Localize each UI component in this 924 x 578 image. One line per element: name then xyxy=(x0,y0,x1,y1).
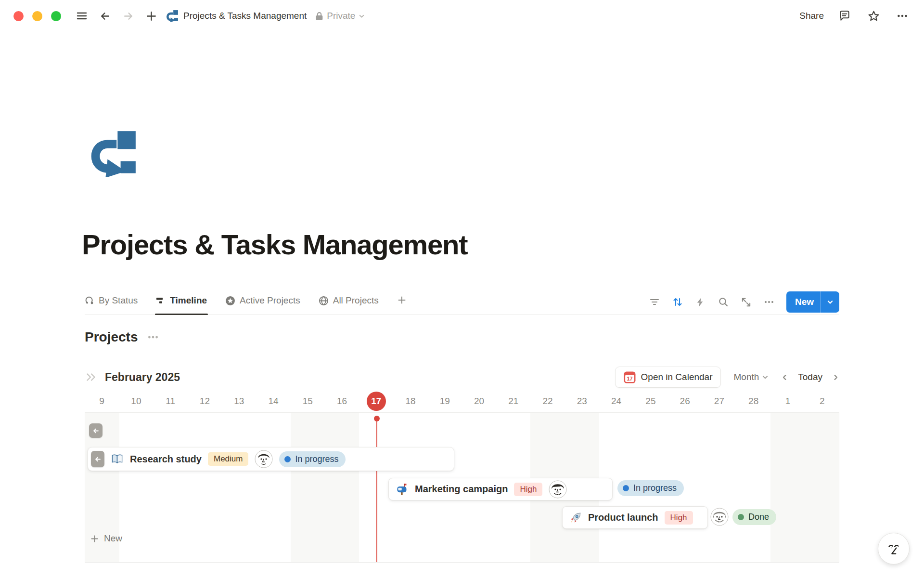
tab-label: By Status xyxy=(99,295,138,306)
priority-tag: Medium xyxy=(208,452,248,466)
timeline-day: 10 xyxy=(119,390,153,412)
add-row-label: New xyxy=(104,533,122,544)
view-more-icon[interactable] xyxy=(763,296,775,308)
ai-face-icon xyxy=(885,540,902,557)
sidebar-menu-icon[interactable] xyxy=(74,8,90,24)
today-line xyxy=(376,419,377,562)
prev-month-icon[interactable] xyxy=(781,374,788,381)
lock-icon xyxy=(315,12,323,21)
timeline-scale-dropdown[interactable]: Month xyxy=(733,372,769,382)
timeline-day: 12 xyxy=(188,390,222,412)
left-arrow-icon xyxy=(93,428,99,434)
privacy-label: Private xyxy=(327,11,355,21)
more-options-icon[interactable] xyxy=(894,8,911,24)
window-topbar: Projects & Tasks Management Private Shar… xyxy=(0,0,924,32)
comments-icon[interactable] xyxy=(836,8,853,24)
timeline-day: 24 xyxy=(599,390,633,412)
timeline-body: Research study Medium In progress Market… xyxy=(85,412,839,563)
timeline-card-research-study[interactable]: Research study Medium In progress xyxy=(88,447,454,471)
status-dot xyxy=(623,485,629,491)
section-more-icon[interactable] xyxy=(147,331,159,343)
timeline-card-marketing-campaign[interactable]: Marketing campaign High xyxy=(388,478,613,500)
page-logo[interactable] xyxy=(90,129,138,177)
timeline-day: 22 xyxy=(530,390,565,412)
priority-tag: High xyxy=(514,483,542,496)
minimize-window-button[interactable] xyxy=(32,11,42,21)
globe-icon xyxy=(319,296,329,306)
zoom-window-button[interactable] xyxy=(51,11,61,21)
sort-icon[interactable] xyxy=(672,296,683,308)
expand-icon[interactable] xyxy=(741,297,752,308)
timeline-day: 19 xyxy=(428,390,462,412)
tab-by-status[interactable]: By Status xyxy=(85,295,138,315)
close-window-button[interactable] xyxy=(13,11,24,21)
add-timeline-row-button[interactable]: New xyxy=(90,533,122,544)
priority-tag: High xyxy=(665,511,693,525)
status-dot xyxy=(738,514,744,520)
share-button[interactable]: Share xyxy=(799,11,824,21)
tab-label: Active Projects xyxy=(240,295,300,306)
tab-label: All Projects xyxy=(333,295,379,306)
tab-active-projects[interactable]: Active Projects xyxy=(225,295,300,315)
forward-arrow-icon[interactable] xyxy=(120,8,136,24)
back-arrow-icon[interactable] xyxy=(97,8,113,24)
timeline-card-product-launch[interactable]: Product launch High xyxy=(562,506,708,529)
tab-all-projects[interactable]: All Projects xyxy=(319,295,379,315)
timeline-day: 21 xyxy=(496,390,530,412)
chevron-down-icon xyxy=(359,13,365,19)
breadcrumb[interactable]: Projects & Tasks Management xyxy=(166,10,307,22)
calendar-17-icon: 17 xyxy=(624,371,636,383)
timeline-day: 27 xyxy=(702,390,736,412)
filter-icon[interactable] xyxy=(649,296,660,308)
next-month-icon[interactable] xyxy=(832,374,839,381)
add-view-button[interactable] xyxy=(397,295,407,315)
page-title: Projects & Tasks Management xyxy=(82,228,467,261)
new-button-chevron-icon[interactable] xyxy=(821,299,839,305)
new-button[interactable]: New xyxy=(786,291,839,313)
notion-ai-button[interactable] xyxy=(878,533,910,565)
timeline-dates-row: 9101112131415161718192021222324252627281… xyxy=(85,390,839,412)
timeline-day: 11 xyxy=(154,390,188,412)
card-title: Research study xyxy=(130,454,202,465)
timeline-day: 9 xyxy=(85,390,119,412)
lightning-icon[interactable] xyxy=(695,297,706,308)
timeline-day: 23 xyxy=(565,390,599,412)
tab-label: Timeline xyxy=(170,295,207,306)
tab-timeline[interactable]: Timeline xyxy=(156,295,207,315)
assignee-avatar xyxy=(255,450,273,468)
assignee-avatar xyxy=(710,508,729,526)
status-tag: In progress xyxy=(279,451,346,467)
page-logo-icon xyxy=(166,10,179,22)
timeline-day: 18 xyxy=(393,390,427,412)
timeline-icon xyxy=(156,296,166,305)
timeline-month-title: February 2025 xyxy=(105,371,180,384)
status-dot xyxy=(284,456,291,462)
timeline-day-today: 17 xyxy=(359,390,393,412)
new-button-label: New xyxy=(786,297,821,307)
new-page-plus-icon[interactable] xyxy=(143,8,159,24)
weekend-shade xyxy=(770,413,805,562)
privacy-dropdown[interactable]: Private xyxy=(315,11,365,21)
weekend-shade xyxy=(805,413,839,562)
status-tag: Done xyxy=(732,509,776,525)
double-chevron-icon[interactable] xyxy=(85,372,97,382)
traffic-lights xyxy=(13,11,61,21)
open-book-icon xyxy=(111,453,124,466)
star-circle-icon xyxy=(225,296,235,306)
timeline-day: 2 xyxy=(805,390,839,412)
favorite-star-icon[interactable] xyxy=(865,8,882,24)
scroll-to-item-chip[interactable] xyxy=(91,451,104,467)
timeline-day: 15 xyxy=(291,390,325,412)
status-icon xyxy=(85,296,94,305)
scroll-to-item-chip[interactable] xyxy=(89,423,103,438)
notion-window: Projects & Tasks Management Private Shar… xyxy=(0,0,924,578)
plus-icon xyxy=(90,534,99,543)
breadcrumb-title: Projects & Tasks Management xyxy=(183,11,307,21)
status-tag: In progress xyxy=(617,480,684,496)
timeline-day: 20 xyxy=(462,390,496,412)
search-icon[interactable] xyxy=(718,296,729,308)
plus-icon xyxy=(397,295,407,305)
open-in-calendar-button[interactable]: 17 Open in Calendar xyxy=(615,367,721,388)
timeline-day: 14 xyxy=(256,390,290,412)
today-button[interactable]: Today xyxy=(798,372,822,382)
